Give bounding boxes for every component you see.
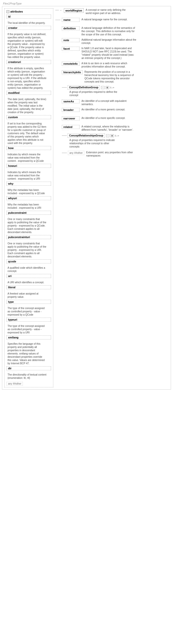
collapse-attributes-button[interactable]: − xyxy=(7,10,9,13)
concept-relationships-group-box: ConceptRelationshipsGroup xyxy=(68,133,105,138)
attr-dir: dir · · · · · · · · The directionality o… xyxy=(7,366,51,380)
concept-relationships-cardinality: 0..∞ xyxy=(115,134,119,137)
right-remoteinfo-label: remoteInfo xyxy=(62,62,79,66)
concept-definition-group-box: ConceptDefinitionGroup xyxy=(68,85,100,90)
right-item-hierarchyinfo: hierarchyInfo · · · · · · Represents the… xyxy=(62,70,169,83)
concept-relationships-connector: ··· xyxy=(106,134,110,137)
right-broader-label: broader xyxy=(62,108,79,112)
attr-howuri: howuri · · · · · · · · Indicates by whic… xyxy=(7,164,51,180)
right-item-facet: facet · · · · · · In NAR 1.8 and later, … xyxy=(62,47,169,60)
concept-relationships-group-section: ConceptRelationshipsGroup ··· ⊕ 0..∞ A g… xyxy=(62,133,169,148)
attributes-section: − attributes id · · · · · · · · The loca… xyxy=(4,8,53,387)
right-note-label: note xyxy=(62,38,79,42)
bottom-any-other-box: any ##other xyxy=(68,151,84,155)
right-narrower-label: narrower xyxy=(62,116,79,120)
right-hierarchyinfo-label: hierarchyInfo xyxy=(62,70,82,74)
right-item-broader: broader · · · · · · An identifier of a m… xyxy=(62,108,169,114)
attr-modified-label: modified xyxy=(7,91,51,95)
concept-relationships-group-desc: A group of properties required to indica… xyxy=(69,138,120,148)
attr-whyuri: whyuri · · · · · · · · Why the metadata … xyxy=(7,196,51,209)
attributes-label: attributes xyxy=(10,10,23,13)
attr-typeuri: typeuri · · · · · · · · The type of the … xyxy=(7,318,51,334)
bottom-any-other-row: any ##other Extension point: any propert… xyxy=(62,151,169,157)
attr-why-label: why xyxy=(7,182,51,186)
attr-uri: uri · · · · · · · · A URI which identifi… xyxy=(7,274,51,284)
attr-pubconstrainturi-label: pubconstrainturi xyxy=(7,235,51,239)
any-other-item: any ##other xyxy=(7,382,23,386)
right-item-related: related · · · · · · A related concept, w… xyxy=(62,125,169,131)
right-name-label: name xyxy=(62,18,79,22)
attr-how-label: how xyxy=(7,146,51,150)
attr-custom-label: custom xyxy=(7,115,51,119)
attr-pubconstraint-label: pubconstraint xyxy=(7,211,51,215)
concept-definition-ellipsis: ⊕ xyxy=(106,86,109,89)
concept-relationships-ellipsis: ⊕ xyxy=(110,134,114,137)
right-item-name: name · · · · · · A natural language name… xyxy=(62,18,169,24)
attr-pubconstraint: pubconstraint · · · · · · · · One or man… xyxy=(7,211,51,234)
attr-id: id · · · · · · · · The local identifier … xyxy=(7,15,51,25)
attr-pubconstrainturi: pubconstrainturi · · · · · · · · One or … xyxy=(7,235,51,258)
bottom-any-other-desc: Extension point: any properties from oth… xyxy=(86,151,137,157)
right-sameas-label: sameAs xyxy=(62,99,79,103)
attr-id-label: id xyxy=(7,15,51,19)
attr-creatoruri: creatoruri · · · · · · · · If the attrib… xyxy=(7,60,51,90)
world-region-box: worldRegion xyxy=(64,8,84,13)
attr-dir-label: dir xyxy=(7,366,51,370)
attr-type-label: type xyxy=(7,300,51,304)
attributes-header: − attributes xyxy=(7,10,51,13)
right-item-remoteinfo: remoteInfo · · · · · · A link to an item… xyxy=(62,62,169,68)
flex-prop-type-title: Flex1PropType xyxy=(3,2,171,5)
concept-definition-connector: ··· xyxy=(101,86,105,89)
attr-modified: modified · · · · · · · · The date (and, … xyxy=(7,91,51,114)
right-item-definition: definition · · · · · · A natural languag… xyxy=(62,26,169,36)
attr-type: type · · · · · · · · The type of the con… xyxy=(7,300,51,316)
attr-whyuri-label: whyuri xyxy=(7,196,51,200)
world-region-name: worldRegion xyxy=(65,9,82,12)
right-item-note: note · · · · · · Additional natural lang… xyxy=(62,38,169,45)
right-definition-label: definition xyxy=(62,26,79,30)
attr-literal-label: literal xyxy=(7,285,51,289)
attr-creatoruri-label: creatoruri xyxy=(7,60,51,64)
diagram: Flex1PropType − attributes id xyxy=(0,0,173,392)
right-facet-label: facet xyxy=(62,47,79,51)
world-region-row: → worldRegion A concept or name only def… xyxy=(55,8,126,15)
attr-uri-label: uri xyxy=(7,274,51,278)
right-item-narrower: narrower · · · · · · An identifier of a … xyxy=(62,116,169,123)
attr-why: why · · · · · · · · Why the metadata has… xyxy=(7,182,51,195)
attr-typeuri-label: typeuri xyxy=(7,318,51,322)
attribute-list: id · · · · · · · · The local identifier … xyxy=(7,15,51,386)
attr-qcode: qcode · · · · · · · · A qualified code w… xyxy=(7,259,51,273)
attr-creator: creator · · · · · · · · If the property … xyxy=(7,26,51,59)
concept-definition-group-desc: A group of properties required to define… xyxy=(69,90,120,97)
concept-definition-group-section: ConceptDefinitionGroup ··· ⊕ 0..∞ A grou… xyxy=(62,85,169,97)
attr-xmllang-label: xmllang xyxy=(7,335,51,339)
right-related-label: related xyxy=(62,125,79,129)
attr-custom: custom · · · · · · · · If set to true th… xyxy=(7,115,51,145)
attr-creator-label: creator xyxy=(7,26,51,30)
attr-how: how · · · · · · · · Indicates by which m… xyxy=(7,146,51,163)
world-region-desc: A concept or name only defining the worl… xyxy=(86,8,126,15)
attr-howuri-label: howuri xyxy=(7,164,51,168)
attr-xmllang: xmllang · · · · · · · · Specifies the la… xyxy=(7,335,51,365)
concept-definition-cardinality: 0..∞ xyxy=(110,86,114,89)
attr-literal: literal · · · · · · · · A freetext value… xyxy=(7,285,51,299)
attr-qcode-label: qcode xyxy=(7,259,51,263)
right-item-sameas: sameAs · · · · · · An identifier of a co… xyxy=(62,99,169,106)
